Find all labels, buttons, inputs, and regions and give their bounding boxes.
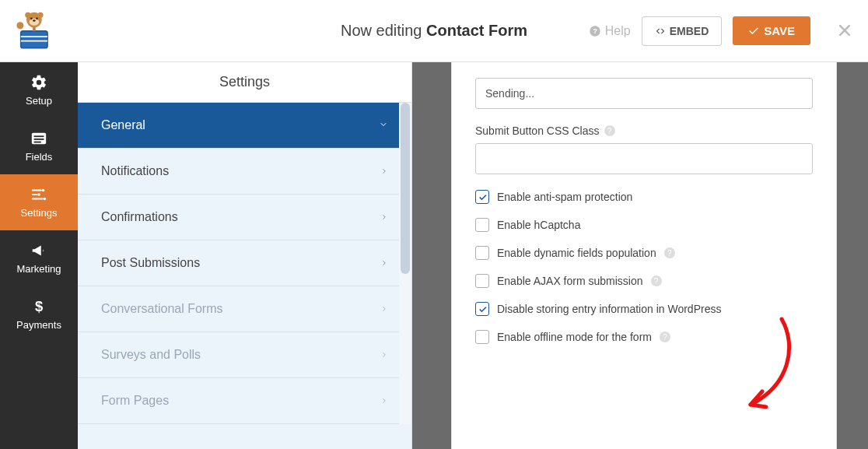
embed-button[interactable]: EMBED	[642, 16, 723, 46]
checkbox[interactable]	[475, 274, 489, 288]
help-icon[interactable]: ?	[660, 331, 670, 342]
save-label: SAVE	[764, 24, 795, 37]
svg-rect-16	[34, 139, 44, 140]
settings-item-conversational[interactable]: Conversational Forms	[78, 286, 411, 332]
sidebar-item-setup[interactable]: Setup	[0, 62, 78, 118]
check-offline[interactable]: Enable offline mode for the form ?	[475, 330, 813, 344]
settings-item-confirmations[interactable]: Confirmations	[78, 195, 411, 240]
settings-item-label: Form Pages	[101, 394, 169, 408]
sidebar-item-marketing[interactable]: Marketing	[0, 230, 78, 286]
help-label: Help	[605, 24, 631, 38]
sidebar-item-settings[interactable]: Settings	[0, 174, 78, 230]
svg-rect-15	[34, 135, 44, 137]
settings-item-surveys[interactable]: Surveys and Polls	[78, 332, 411, 378]
list-icon	[30, 130, 47, 147]
embed-label: EMBED	[670, 25, 709, 37]
help-link[interactable]: ? Help	[589, 24, 631, 38]
check-dynamic-fields[interactable]: Enable dynamic fields population ?	[475, 246, 813, 260]
editing-title-prefix: Now editing	[341, 22, 426, 39]
help-icon: ?	[589, 25, 601, 37]
settings-title: Settings	[78, 62, 411, 103]
svg-rect-0	[20, 31, 47, 48]
settings-item-post-submissions[interactable]: Post Submissions	[78, 240, 411, 286]
check-label: Enable offline mode for the form	[497, 331, 652, 343]
check-anti-spam[interactable]: Enable anti-spam protection	[475, 190, 813, 204]
sidebar-item-label: Fields	[26, 151, 53, 163]
scrollbar[interactable]	[399, 103, 411, 424]
sidebar-item-payments[interactable]: $ Payments	[0, 286, 78, 342]
settings-list: General Notifications Confirmations Post…	[78, 103, 411, 424]
svg-text:$: $	[35, 298, 43, 314]
logo	[8, 8, 58, 54]
check-icon	[748, 26, 759, 37]
scrollbar-thumb[interactable]	[401, 103, 410, 274]
settings-sub-panel: Settings General Notifications Confirmat…	[78, 62, 412, 449]
editing-title-formname: Contact Form	[426, 22, 527, 39]
svg-point-9	[36, 17, 38, 19]
chevron-right-icon	[380, 395, 388, 407]
svg-point-11	[16, 22, 23, 29]
sidebar-item-label: Marketing	[16, 263, 61, 275]
checkbox[interactable]	[475, 246, 489, 260]
chevron-right-icon	[380, 303, 388, 315]
left-sidebar: Setup Fields Settings Marketing $ Paymen…	[0, 62, 78, 449]
svg-point-6	[37, 12, 43, 17]
sidebar-item-label: Setup	[26, 95, 52, 107]
svg-rect-17	[34, 142, 41, 143]
checkbox[interactable]	[475, 330, 489, 344]
settings-item-general[interactable]: General	[78, 103, 411, 149]
settings-item-label: Conversational Forms	[101, 302, 223, 316]
chevron-right-icon	[380, 165, 388, 177]
save-button[interactable]: SAVE	[733, 16, 810, 45]
css-class-input[interactable]	[475, 143, 813, 174]
check-ajax[interactable]: Enable AJAX form submission ?	[475, 274, 813, 288]
chevron-right-icon	[380, 211, 388, 223]
sidebar-item-label: Payments	[16, 319, 61, 331]
settings-item-form-pages[interactable]: Form Pages	[78, 378, 411, 424]
settings-item-label: Confirmations	[101, 210, 178, 224]
settings-item-label: General	[101, 118, 145, 132]
settings-item-label: Surveys and Polls	[101, 348, 201, 362]
sidebar-item-label: Settings	[21, 207, 58, 219]
check-label: Enable anti-spam protection	[497, 191, 632, 203]
close-icon	[837, 23, 852, 38]
checkbox[interactable]	[475, 302, 489, 316]
settings-card: Submit Button CSS Class ? Enable anti-sp…	[451, 62, 837, 449]
svg-point-5	[25, 12, 30, 17]
close-button[interactable]	[837, 20, 852, 42]
dollar-icon: $	[30, 298, 47, 315]
svg-point-10	[33, 19, 36, 22]
sliders-icon	[30, 186, 47, 203]
check-label: Disable storing entry information in Wor…	[497, 303, 721, 315]
sending-input[interactable]	[475, 78, 813, 109]
settings-item-label: Post Submissions	[101, 256, 200, 270]
sidebar-item-fields[interactable]: Fields	[0, 118, 78, 174]
help-icon[interactable]: ?	[664, 247, 675, 258]
settings-item-label: Notifications	[101, 164, 169, 178]
help-icon[interactable]: ?	[604, 125, 615, 136]
chevron-right-icon	[380, 349, 388, 361]
check-disable-storing[interactable]: Disable storing entry information in Wor…	[475, 302, 813, 316]
svg-point-8	[30, 17, 32, 19]
svg-point-19	[37, 193, 40, 196]
bullhorn-icon	[30, 242, 47, 259]
editing-title: Now editing Contact Form	[341, 22, 527, 40]
code-icon	[655, 26, 666, 37]
main-area: Submit Button CSS Class ? Enable anti-sp…	[412, 62, 868, 449]
check-label: Enable dynamic fields population	[497, 247, 656, 259]
settings-item-notifications[interactable]: Notifications	[78, 149, 411, 195]
check-label: Enable hCaptcha	[497, 219, 580, 231]
help-icon[interactable]: ?	[651, 275, 662, 286]
svg-point-18	[42, 189, 45, 192]
svg-point-20	[44, 198, 47, 201]
gear-icon	[30, 74, 47, 91]
checkbox[interactable]	[475, 218, 489, 232]
checkbox[interactable]	[475, 190, 489, 204]
topbar: Now editing Contact Form ? Help EMBED SA…	[0, 0, 868, 62]
css-class-label: Submit Button CSS Class ?	[475, 125, 813, 137]
check-hcaptcha[interactable]: Enable hCaptcha	[475, 218, 813, 232]
topbar-right: ? Help EMBED SAVE	[589, 16, 852, 46]
chevron-down-icon	[379, 119, 388, 132]
chevron-right-icon	[380, 257, 388, 269]
check-label: Enable AJAX form submission	[497, 275, 643, 287]
